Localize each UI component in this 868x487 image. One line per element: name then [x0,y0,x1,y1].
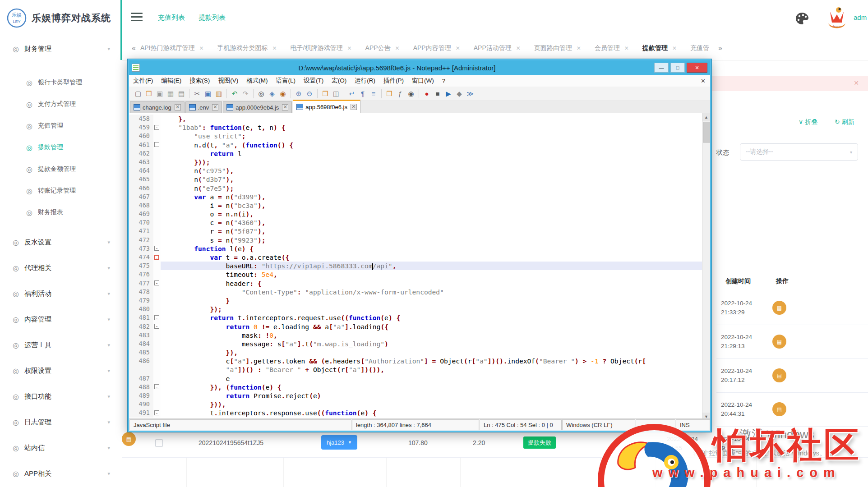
code-line[interactable]: 476 timeout: 5e4, [129,270,702,279]
code-line[interactable]: 459- "1bab": function(e, t, n) { [129,123,702,132]
fold-box-icon[interactable]: - [154,142,159,147]
clone-view-icon[interactable]: ❒ [321,89,330,98]
print-icon[interactable]: ▤ [177,89,186,98]
code-line[interactable]: 469 o = n.n(i), [129,210,702,218]
refresh-link[interactable]: ↻ 刷新 [835,118,854,126]
sidebar-group-agent[interactable]: ◎代理相关▾ [0,255,122,281]
menubar-close-icon[interactable]: ✕ [701,78,706,84]
file-tab-env[interactable]: .env✕ [185,101,222,113]
fold-box-icon[interactable]: - [154,384,159,389]
menu-language[interactable]: 语言(L) [272,77,300,85]
monitor-icon[interactable]: ◉ [406,89,416,98]
code-line[interactable]: 473- function l(e) { [129,244,702,253]
close-icon[interactable]: ✕ [199,45,203,51]
fold-box-icon[interactable]: - [154,280,159,285]
macro-play-icon[interactable]: ▶ [444,89,453,98]
menu-format[interactable]: 格式(M) [242,77,272,85]
function-list-icon[interactable]: ƒ [396,89,405,98]
save-all-icon[interactable]: ▦ [166,89,175,98]
username-text[interactable]: adm [854,14,867,21]
code-line[interactable]: "a"])() : "Bearer " + Object(r["a"])()), [129,365,702,374]
code-line[interactable]: 475 baseURL: "https://vip1api.5868333.co… [129,262,702,270]
palette-icon[interactable] [795,12,809,25]
close-icon[interactable]: ✕ [577,45,581,51]
replace-icon[interactable]: ◉ [278,89,287,98]
page-tab-member-mgmt[interactable]: 会员管理✕ [595,44,629,52]
file-tab-app000e9eb4[interactable]: app.000e9eb4.js✕ [223,101,292,113]
scrollbar-thumb[interactable] [703,122,710,142]
code-line[interactable]: 470 c = n("4360"), [129,218,702,227]
code-line[interactable]: 474- var t = o.a.create({ [129,253,702,262]
paste-icon[interactable]: ▥ [214,89,223,98]
macro-stop-icon[interactable]: ■ [433,89,442,98]
operation-button[interactable]: ▤ [772,368,786,382]
zoom-out-icon[interactable]: ⊖ [305,89,314,98]
cut-icon[interactable]: ✂ [193,89,202,98]
code-line[interactable]: 487 e [129,374,702,383]
word-wrap-icon[interactable]: ↵ [347,89,356,98]
code-line[interactable]: 491- t.interceptors.response.use((functi… [129,409,702,417]
open-folder-icon[interactable]: ❒ [144,89,153,98]
fold-box-icon[interactable]: - [154,246,159,251]
code-line[interactable]: 480 }); [129,305,702,313]
code-line[interactable]: 490 })), [129,400,702,409]
code-line[interactable]: 466 n("e7e5"); [129,184,702,193]
operation-button[interactable]: ▤ [772,301,786,315]
sidebar-item-transfer-log[interactable]: ◎转账记录管理 [0,180,122,202]
status-select[interactable]: --请选择-- ▾ [740,143,858,161]
minimize-button[interactable]: — [654,63,669,73]
menu-run[interactable]: 运行(R) [351,77,379,85]
code-line[interactable]: 482- return 0 != e.loading && a["a"].loa… [129,322,702,331]
redo-icon[interactable]: ↷ [241,89,250,98]
code-line[interactable]: 467 var a = n("d399"), [129,193,702,201]
close-icon[interactable]: ✕ [282,104,288,110]
tab-scroll-left-icon[interactable]: « [132,44,136,52]
code-line[interactable]: 465 n("d3b7"), [129,175,702,184]
page-tab-app-content[interactable]: APP内容管理✕ [413,44,460,52]
sidebar-group-finance[interactable]: ◎ 财务管理 ▾ [0,36,122,62]
page-tab-mobile-game-icons[interactable]: 手机游戏分类图标✕ [217,44,277,52]
sidebar-group-interface[interactable]: ◎接口功能▾ [0,384,122,409]
sidebar-group-permission[interactable]: ◎权限设置▾ [0,358,122,384]
operation-button[interactable]: ▤ [772,335,786,349]
sidebar-item-withdraw-amount[interactable]: ◎提款金额管理 [0,158,122,180]
code-editor[interactable]: 458 },459- "1bab": function(e, t, n) {46… [129,113,710,420]
alert-close-icon[interactable]: ✕ [854,79,859,87]
window-title-bar[interactable]: D:\www\wap\static\js\app.5698f0e6.js - N… [129,60,710,75]
fold-box-icon[interactable]: - [154,125,159,130]
macro-save-icon[interactable]: ◆ [455,89,464,98]
page-tab-withdraw-mgmt[interactable]: 提款管理✕ [642,44,677,52]
page-tab-electronic-chess[interactable]: 电子/棋牌游戏管理✕ [291,44,352,52]
show-symbols-icon[interactable]: ¶ [358,89,367,98]
code-line[interactable]: 486 c["a"].getters.token && (e.headers["… [129,357,702,365]
sidebar-item-finance-report[interactable]: ◎财务报表 [0,202,122,223]
row-checkbox[interactable] [155,439,163,447]
close-icon[interactable]: ✕ [516,45,521,51]
sidebar-group-welfare[interactable]: ◎福利活动▾ [0,281,122,307]
code-line[interactable]: 484 message: s["a"].t("m.wap.is_loading"… [129,340,702,348]
fold-box-icon[interactable]: - [154,255,159,260]
nav-withdraw-list[interactable]: 提款列表 [199,14,226,22]
code-line[interactable]: 489 return Promise.reject(e) [129,391,702,400]
file-tab-changelog[interactable]: change.log✕ [130,101,185,113]
vertical-scrollbar[interactable]: ▲ ▼ [702,113,710,420]
code-line[interactable]: 464 n("c975"), [129,166,702,175]
code-line[interactable]: 483 mask: !0, [129,331,702,340]
menu-file[interactable]: 文件(F) [129,77,157,85]
save-icon[interactable]: ▣ [155,89,164,98]
menu-plugins[interactable]: 插件(P) [379,77,408,85]
close-icon[interactable]: ✕ [672,45,677,51]
sidebar-group-content[interactable]: ◎内容管理▾ [0,307,122,332]
sidebar-item-payment-method[interactable]: ◎支付方式管理 [0,93,122,115]
find-icon[interactable]: ◎ [257,89,266,98]
code-line[interactable]: 472 s = n("9923"); [129,236,702,244]
close-icon[interactable]: ✕ [351,104,357,110]
find-in-files-icon[interactable]: ◈ [268,89,277,98]
doc-map-icon[interactable]: ❒ [385,89,394,98]
member-button[interactable]: hja123▼ [321,435,357,450]
code-line[interactable]: 479 } [129,296,702,305]
code-line[interactable]: 462 return l [129,149,702,158]
operation-button[interactable]: ▤ [122,432,136,446]
close-icon[interactable]: ✕ [272,45,277,51]
indent-guide-icon[interactable]: ≡ [369,89,378,98]
